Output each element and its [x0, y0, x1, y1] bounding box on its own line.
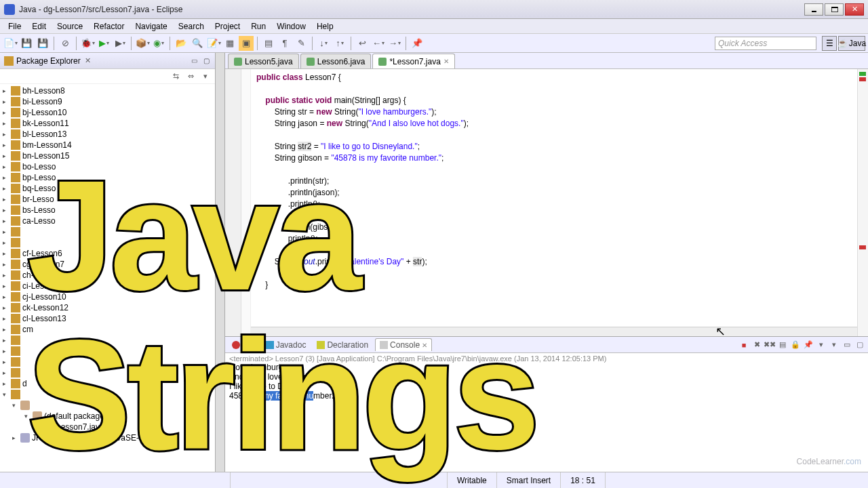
min-bottom-icon[interactable]: ▭: [842, 340, 852, 350]
editor-tab[interactable]: Lesson6.java: [300, 54, 372, 68]
menu-search[interactable]: Search: [173, 20, 210, 33]
maximize-view-icon[interactable]: ▢: [201, 56, 211, 66]
menu-source[interactable]: Source: [52, 20, 88, 33]
tree-item[interactable]: [0, 226, 215, 237]
tree-item[interactable]: cj-Lesson10: [0, 291, 215, 302]
coverage-button[interactable]: ▶: [113, 36, 127, 51]
code-content[interactable]: public class Lesson7 { public static voi…: [251, 69, 857, 336]
tree-item[interactable]: [0, 357, 215, 367]
tree-item[interactable]: cl-Lesson13: [0, 313, 215, 324]
tree-item[interactable]: bi-Lesson9: [0, 96, 215, 107]
tree-item[interactable]: bs-Lesso: [0, 205, 215, 216]
tree-item[interactable]: JRE System Library [JavaSE-1.7]: [0, 432, 215, 443]
tree-item[interactable]: bl-Lesson13: [0, 129, 215, 140]
tree-item[interactable]: bm-Lesson14: [0, 140, 215, 150]
tree-item[interactable]: bk-Lesson11: [0, 118, 215, 129]
menu-navigate[interactable]: Navigate: [130, 20, 172, 33]
save-button[interactable]: 💾: [19, 36, 34, 51]
code-editor[interactable]: public class Lesson7 { public static voi…: [225, 69, 868, 336]
menu-help[interactable]: Help: [311, 20, 339, 33]
minimize-view-icon[interactable]: ▭: [189, 56, 199, 66]
tree-item[interactable]: ca-Lesso: [0, 216, 215, 226]
whitespace-button[interactable]: ¶: [277, 36, 292, 51]
prev-annotation-button[interactable]: ↑: [332, 36, 347, 51]
tree-item[interactable]: Lesson7.java: [0, 422, 215, 432]
editor-tab[interactable]: Lesson5.java: [228, 54, 299, 68]
maximize-button[interactable]: 🗖: [825, 3, 844, 16]
tree-item[interactable]: bq-Lesso: [0, 183, 215, 194]
last-edit-button[interactable]: ↩: [355, 36, 370, 51]
project-tree[interactable]: bh-Lesson8bi-Lesson9bj-Lesson10bk-Lesson…: [0, 84, 215, 472]
tree-item[interactable]: d: [0, 378, 215, 389]
tree-item[interactable]: [0, 346, 215, 357]
forward-button[interactable]: →: [387, 36, 402, 51]
tree-item[interactable]: cm: [0, 324, 215, 335]
collapse-all-icon[interactable]: ⇆: [170, 71, 181, 82]
search-button[interactable]: 🔍: [190, 36, 205, 51]
tree-item[interactable]: bp-Lesso: [0, 172, 215, 183]
pin-console-icon[interactable]: 📌: [803, 340, 814, 350]
pin-button[interactable]: 📌: [410, 36, 425, 51]
menu-edit[interactable]: Edit: [26, 20, 52, 33]
terminate-icon[interactable]: ■: [738, 340, 749, 350]
close-view-icon[interactable]: ✕: [85, 56, 91, 65]
menu-refactor[interactable]: Refactor: [88, 20, 130, 33]
folding-ruler[interactable]: [241, 69, 251, 336]
new-button[interactable]: 📄: [3, 36, 18, 51]
annotation-button[interactable]: 📝: [206, 36, 221, 51]
task-button[interactable]: ▦: [222, 36, 237, 51]
tree-item[interactable]: bn-Lesson15: [0, 150, 215, 161]
back-button[interactable]: ←: [371, 36, 386, 51]
quick-access-input[interactable]: Quick Access: [715, 37, 816, 50]
tree-item[interactable]: cg-Lesson7: [0, 259, 215, 270]
save-all-button[interactable]: 💾: [35, 36, 50, 51]
link-editor-icon[interactable]: ⇔: [185, 71, 196, 82]
editor-hscrollbar[interactable]: [251, 327, 857, 336]
tree-item[interactable]: br-Lesso: [0, 194, 215, 205]
menu-project[interactable]: Project: [210, 20, 245, 33]
tree-item[interactable]: [0, 237, 215, 248]
view-menu-icon[interactable]: ▾: [200, 71, 211, 82]
scroll-lock-icon[interactable]: 🔒: [790, 340, 801, 350]
debug-button[interactable]: 🐞: [80, 36, 95, 51]
remove-all-icon[interactable]: ✖✖: [764, 340, 775, 350]
tree-item[interactable]: ci-Lesson9: [0, 281, 215, 291]
open-type-button[interactable]: 📂: [174, 36, 189, 51]
tree-item[interactable]: bo-Lesso: [0, 161, 215, 172]
new-pkg-button[interactable]: 📦: [135, 36, 150, 51]
mark-button[interactable]: ✎: [294, 36, 309, 51]
next-annotation-button[interactable]: ↓: [316, 36, 331, 51]
tree-item[interactable]: bh-Lesson8: [0, 85, 215, 96]
remove-launch-icon[interactable]: ✖: [751, 340, 762, 350]
new-class-button[interactable]: ◉: [151, 36, 166, 51]
menu-run[interactable]: Run: [245, 20, 271, 33]
skip-breakpoints-button[interactable]: ⊘: [58, 36, 73, 51]
close-button[interactable]: ✕: [845, 3, 864, 16]
menu-file[interactable]: File: [3, 20, 26, 33]
clear-console-icon[interactable]: ▤: [777, 340, 788, 350]
menu-window[interactable]: Window: [271, 20, 311, 33]
problems-tab[interactable]: Pro: [228, 339, 259, 351]
tree-item[interactable]: cf-Lesson6: [0, 248, 215, 259]
declaration-tab[interactable]: Declaration: [313, 339, 372, 351]
tree-item[interactable]: [0, 335, 215, 346]
toggle-button[interactable]: ▣: [239, 36, 254, 51]
open-console-icon[interactable]: ▾: [829, 340, 840, 350]
tree-item[interactable]: ch-Lesson8: [0, 270, 215, 281]
tree-item[interactable]: (default package): [0, 411, 215, 422]
tree-item[interactable]: bj-Lesson10: [0, 107, 215, 118]
java-perspective-button[interactable]: ☕Java: [838, 36, 865, 51]
open-perspective-button[interactable]: ☰: [822, 36, 837, 51]
console-tab[interactable]: Console ✕: [375, 338, 432, 351]
overview-ruler[interactable]: [857, 69, 868, 336]
tree-item[interactable]: [0, 389, 215, 400]
run-button[interactable]: ▶: [96, 36, 111, 51]
tree-item[interactable]: [0, 367, 215, 378]
display-console-icon[interactable]: ▾: [816, 340, 827, 350]
javadoc-tab[interactable]: Javadoc: [262, 339, 311, 351]
block-selection-button[interactable]: ▤: [261, 36, 276, 51]
editor-tab[interactable]: *Lesson7.java✕: [372, 54, 454, 68]
console-output[interactable]: <terminated> Lesson7 (3) [Java Applicati…: [225, 353, 868, 472]
tree-item[interactable]: ck-Lesson12: [0, 302, 215, 313]
minimize-button[interactable]: 🗕: [804, 3, 823, 16]
